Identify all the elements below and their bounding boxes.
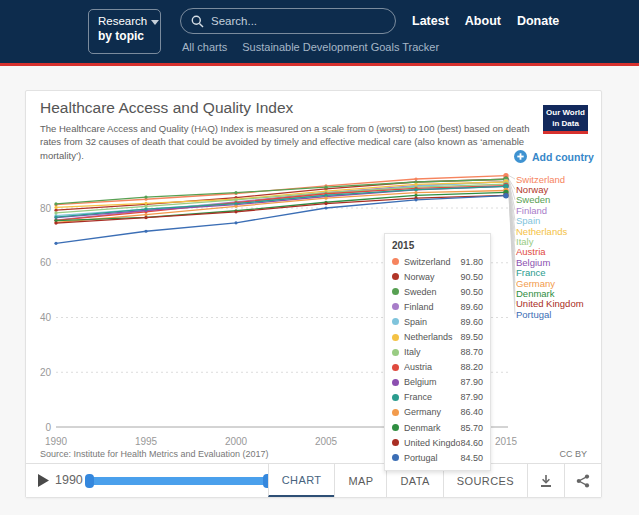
tooltip-row-sweden: Sweden90.50 [392, 284, 483, 299]
data-point [234, 205, 237, 208]
legend-item-united-kingdom[interactable]: United Kingdom [516, 298, 584, 309]
nav-link-about[interactable]: About [465, 14, 501, 28]
tooltip-series-value: 88.20 [460, 362, 483, 372]
data-point [54, 215, 57, 218]
legend-item-finland[interactable]: Finland [516, 205, 547, 216]
page-title: Healthcare Access and Quality Index [40, 99, 293, 117]
legend-connector [509, 176, 515, 179]
tooltip-row-denmark: Denmark85.70 [392, 420, 483, 435]
tooltip-series-value: 91.80 [460, 257, 483, 267]
share-icon [576, 474, 590, 488]
download-icon [539, 474, 553, 488]
tooltip-series-value: 89.60 [460, 317, 483, 327]
legend-item-germany[interactable]: Germany [516, 278, 555, 289]
tooltip-series-name: Portugal [404, 453, 460, 463]
site-header: Research by topic LatestAboutDonate All … [0, 0, 639, 63]
nav-link-donate[interactable]: Donate [517, 14, 559, 28]
data-point [54, 242, 57, 245]
data-point [144, 195, 147, 198]
add-country-button[interactable]: Add country [514, 150, 594, 163]
tooltip-row-norway: Norway90.50 [392, 269, 483, 284]
data-point [54, 206, 57, 209]
grapher-card: Healthcare Access and Quality Index The … [25, 90, 602, 498]
data-point [324, 202, 327, 205]
by-topic-label: by topic [98, 29, 160, 43]
legend-item-denmark[interactable]: Denmark [516, 288, 555, 299]
download-button[interactable] [527, 464, 564, 497]
legend-item-belgium[interactable]: Belgium [516, 257, 550, 268]
top-nav: LatestAboutDonate [412, 14, 559, 28]
data-point [234, 202, 237, 205]
search-input[interactable] [211, 15, 371, 27]
tab-chart[interactable]: CHART [268, 464, 335, 497]
research-label: Research [98, 15, 147, 27]
tooltip-series-dot [392, 303, 399, 310]
nav-link-latest[interactable]: Latest [412, 14, 449, 28]
timeline-handle-start[interactable] [85, 474, 94, 488]
tooltip-series-value: 90.50 [460, 287, 483, 297]
legend-item-norway[interactable]: Norway [516, 184, 548, 195]
data-point [144, 202, 147, 205]
tooltip-series-dot [392, 334, 399, 341]
tooltip-series-value: 89.60 [460, 302, 483, 312]
tooltip-row-switzerland: Switzerland91.80 [392, 254, 483, 269]
tooltip-series-name: Austria [404, 362, 460, 372]
data-point [414, 183, 417, 186]
play-button[interactable] [37, 474, 49, 487]
data-point [54, 202, 57, 205]
source-text: Source: Institute for Health Metrics and… [40, 449, 269, 459]
chart-tooltip: 2015 Switzerland91.80Norway90.50Sweden90… [384, 233, 491, 471]
tooltip-series-dot [392, 364, 399, 371]
subnav-link-all-charts[interactable]: All charts [182, 41, 227, 53]
legend-item-sweden[interactable]: Sweden [516, 194, 550, 205]
data-point [414, 177, 417, 180]
tooltip-row-france: France87.90 [392, 390, 483, 405]
legend-item-switzerland[interactable]: Switzerland [516, 174, 565, 185]
owid-logo[interactable]: Our World in Data [543, 105, 588, 134]
tooltip-series-value: 85.70 [460, 423, 483, 433]
tooltip-series-value: 86.40 [460, 407, 483, 417]
research-by-topic-button[interactable]: Research by topic [88, 9, 161, 54]
x-axis-label-2015: 2015 [495, 436, 518, 447]
data-point [234, 191, 237, 194]
tooltip-row-austria: Austria88.20 [392, 360, 483, 375]
x-axis-label-1990: 1990 [45, 436, 68, 447]
tooltip-row-spain: Spain89.60 [392, 314, 483, 329]
tooltip-series-dot [392, 288, 399, 295]
data-point [324, 186, 327, 189]
x-axis-label-2000: 2000 [225, 436, 248, 447]
data-point [503, 193, 508, 198]
tooltip-series-name: Netherlands [404, 332, 460, 342]
search-box[interactable] [180, 8, 396, 34]
legend-item-portugal[interactable]: Portugal [516, 309, 551, 320]
timeline-slider[interactable] [87, 477, 270, 485]
chart-subtitle: The Healthcare Access and Quality (HAQ) … [40, 122, 545, 162]
license-link[interactable]: CC BY [559, 449, 587, 459]
header-accent-bar [0, 63, 639, 66]
data-point [324, 194, 327, 197]
tooltip-row-germany: Germany86.40 [392, 405, 483, 420]
tooltip-series-name: France [404, 392, 460, 402]
tooltip-series-dot [392, 439, 399, 446]
data-point [54, 211, 57, 214]
legend-item-netherlands[interactable]: Netherlands [516, 226, 567, 237]
data-point [144, 205, 147, 208]
subnav-link-sustainable-development-goals-tracker[interactable]: Sustainable Development Goals Tracker [242, 41, 439, 53]
legend-item-france[interactable]: France [516, 267, 546, 278]
tooltip-series-name: Switzerland [404, 257, 460, 267]
legend-item-spain[interactable]: Spain [516, 215, 540, 226]
x-axis-label-2005: 2005 [315, 436, 338, 447]
tooltip-series-dot [392, 258, 399, 265]
legend-item-italy[interactable]: Italy [516, 236, 533, 247]
tooltip-series-value: 84.50 [460, 453, 483, 463]
controls-row: 1990 2015 CHARTMAPDATASOURCES [26, 463, 601, 497]
tooltip-series-name: Norway [404, 272, 460, 282]
tooltip-row-netherlands: Netherlands89.50 [392, 329, 483, 344]
tooltip-series-value: 84.60 [460, 438, 483, 448]
tab-map[interactable]: MAP [334, 464, 386, 497]
y-axis-label-20: 20 [40, 367, 52, 378]
legend-item-austria[interactable]: Austria [516, 246, 546, 257]
owid-logo-line2: in Data [543, 119, 588, 130]
share-button[interactable] [564, 464, 601, 497]
tooltip-series-name: Finland [404, 302, 460, 312]
